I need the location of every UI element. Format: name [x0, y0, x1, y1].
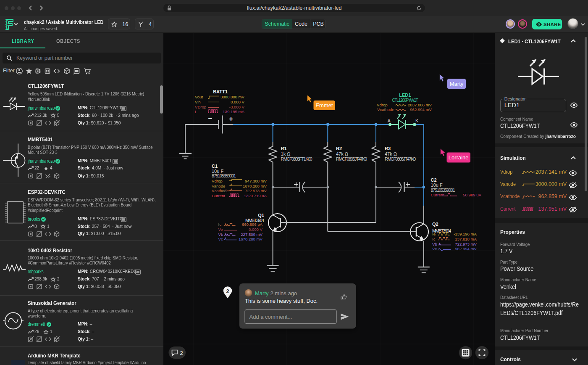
svg-text:58.989 uA: 58.989 uA [463, 193, 481, 197]
svg-text:RMCF0805JT47K0: RMCF0805JT47K0 [385, 156, 416, 161]
svg-text:Ic: Ic [218, 222, 222, 227]
svg-text:660.896 pA: 660.896 pA [242, 222, 263, 227]
svg-text:2037.006 mV: 2037.006 mV [408, 103, 432, 107]
svg-text:LED1: LED1 [399, 93, 411, 98]
svg-text:47k Ω: 47k Ω [385, 151, 397, 156]
svg-text:139.195 mA: 139.195 mA [223, 109, 244, 114]
svg-text:-3.000 V: -3.000 V [229, 105, 245, 109]
svg-text:Current: Current [431, 193, 444, 197]
svg-text:722.973 mV: 722.973 mV [455, 242, 477, 246]
svg-text:962.994 mV: 962.994 mV [410, 107, 432, 112]
svg-text:Emmet: Emmet [315, 102, 333, 108]
svg-text:R1: R1 [281, 146, 287, 151]
svg-text:RMCF0805JT47K0: RMCF0805JT47K0 [336, 156, 367, 161]
svg-text:Q1: Q1 [258, 213, 264, 218]
svg-text:Lorraine: Lorraine [449, 154, 469, 161]
svg-text:962.994 mV: 962.994 mV [455, 246, 477, 251]
svg-text:722.973 mV: 722.973 mV [245, 188, 267, 193]
svg-text:Current: Current [212, 193, 225, 198]
svg-text:Vc: Vc [218, 237, 223, 241]
svg-text:Marty: Marty [255, 290, 269, 296]
svg-text:Vb: Vb [432, 242, 437, 246]
svg-text:I: I [195, 109, 196, 114]
svg-text:875105359001: 875105359001 [431, 188, 455, 193]
svg-text:RMCF0805FT1K00: RMCF0805FT1K00 [281, 156, 312, 161]
svg-text:0.000 V: 0.000 V [249, 227, 263, 232]
svg-text:Vdrop: Vdrop [377, 103, 388, 107]
svg-text:R3: R3 [385, 146, 391, 151]
svg-text:C1: C1 [212, 164, 218, 169]
svg-text:1329.719 uA: 1329.719 uA [244, 193, 267, 198]
svg-text:2: 2 [180, 350, 183, 356]
svg-text:947.308 mV: 947.308 mV [245, 179, 267, 183]
svg-text:Vb: Vb [218, 232, 223, 237]
svg-text:Add a comment...: Add a comment... [249, 314, 292, 320]
svg-text:This is some heavy stuff, Doc.: This is some heavy stuff, Doc. [245, 298, 318, 304]
svg-text:137.818 mA: 137.818 mA [455, 237, 477, 241]
svg-text:875105359001: 875105359001 [212, 173, 236, 178]
svg-text:BATT1: BATT1 [213, 89, 228, 94]
svg-text:1670.280 mV: 1670.280 mV [243, 184, 267, 188]
svg-text:47k Ω: 47k Ω [336, 151, 348, 156]
svg-text:Ic: Ic [432, 237, 436, 241]
svg-text:2: 2 [226, 288, 229, 294]
svg-text:0.000 V: 0.000 V [231, 100, 245, 104]
svg-text:Marty: Marty [450, 81, 464, 87]
svg-text:Vout: Vout [195, 95, 203, 99]
svg-text:Vanode: Vanode [212, 184, 225, 188]
svg-text:−: − [208, 115, 213, 123]
svg-text:A: A [388, 118, 391, 123]
svg-text:Ve: Ve [218, 227, 223, 232]
svg-text:2 mins ago: 2 mins ago [270, 290, 297, 296]
svg-text:+: + [229, 115, 233, 122]
svg-text:CTL1206FYW1T: CTL1206FYW1T [392, 98, 418, 103]
svg-text:C2: C2 [431, 177, 437, 182]
svg-text:VDrop: VDrop [195, 105, 206, 109]
svg-text:Vcathode: Vcathode [377, 107, 394, 112]
svg-text:1670.280 mV: 1670.280 mV [239, 237, 263, 241]
svg-text:R2: R2 [336, 146, 342, 151]
svg-text:-139.196 mA: -139.196 mA [454, 232, 477, 236]
svg-text:K: K [415, 118, 419, 123]
svg-text:Q2: Q2 [432, 222, 438, 227]
svg-text:3000.000 mV: 3000.000 mV [220, 95, 245, 99]
svg-text:Vc: Vc [432, 246, 437, 251]
svg-text:Vdrop: Vdrop [212, 179, 223, 183]
svg-text:Vin: Vin [195, 100, 201, 104]
svg-text:1k Ω: 1k Ω [281, 151, 291, 156]
svg-text:10u F: 10u F [431, 182, 443, 188]
svg-text:227.509 mV: 227.509 mV [241, 232, 262, 237]
svg-text:Ie: Ie [432, 232, 436, 236]
svg-text:Vcathode: Vcathode [212, 188, 229, 193]
